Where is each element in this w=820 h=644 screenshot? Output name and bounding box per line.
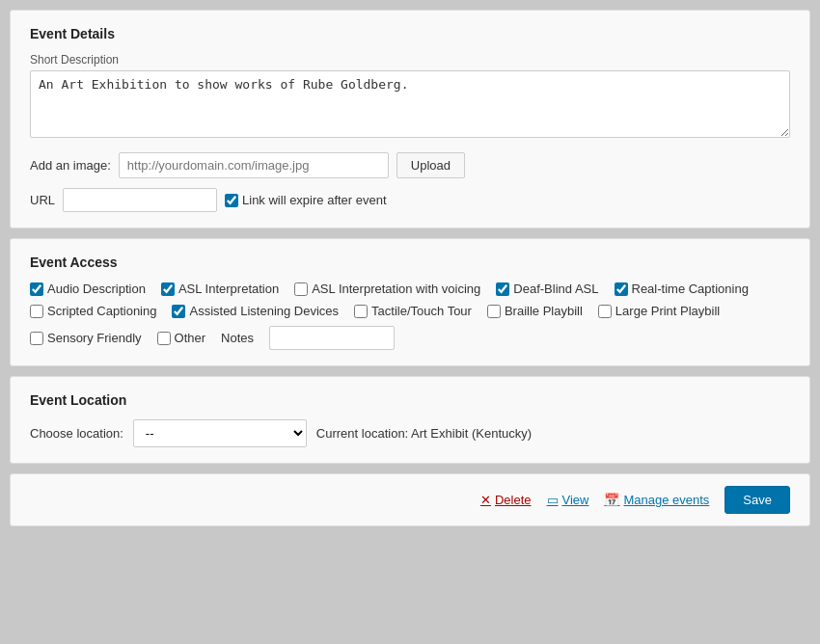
manage-events-button[interactable]: 📅 Manage events [604,493,709,507]
scripted-captioning-label[interactable]: Scripted Captioning [30,304,156,318]
save-button[interactable]: Save [724,486,790,514]
large-print-playbill-checkbox[interactable] [598,305,612,318]
audio-description-checkbox[interactable] [30,282,43,296]
event-details-card: Event Details Short Description An Art E… [10,10,810,228]
sensory-friendly-checkbox[interactable] [30,332,43,345]
footer-card: ✕ Delete ▭ View 📅 Manage events Save [10,473,810,526]
image-url-input[interactable] [119,152,389,178]
event-location-card: Event Location Choose location: -- Curre… [10,376,810,464]
access-grid: Audio Description ASL Interpretation ASL… [30,282,790,350]
short-description-textarea[interactable]: An Art Exhibition to show works of Rube … [30,70,790,138]
event-details-title: Event Details [30,26,790,41]
link-expire-checkbox-label[interactable]: Link will expire after event [225,193,387,207]
realtime-captioning-checkbox[interactable] [615,282,628,296]
deaf-blind-asl-checkbox[interactable] [496,282,509,296]
access-row-3: Sensory Friendly Other Notes [30,326,790,350]
asl-interpretation-voicing-label[interactable]: ASL Interpretation with voicing [294,282,480,296]
view-label: View [562,493,589,507]
event-location-title: Event Location [30,392,790,408]
link-expire-label: Link will expire after event [242,193,387,207]
asl-interpretation-voicing-checkbox[interactable] [294,282,308,296]
view-button[interactable]: ▭ View [547,493,589,507]
location-select[interactable]: -- [133,419,307,447]
sensory-friendly-label[interactable]: Sensory Friendly [30,331,142,345]
assisted-listening-checkbox[interactable] [172,305,185,318]
link-expire-checkbox[interactable] [225,194,238,207]
scripted-captioning-checkbox[interactable] [30,305,43,318]
notes-input[interactable] [269,326,395,350]
delete-x-icon: ✕ [480,493,491,507]
notes-label: Notes [221,331,254,345]
event-access-card: Event Access Audio Description ASL Inter… [10,238,810,366]
tactile-touch-tour-checkbox[interactable] [354,305,368,318]
asl-interpretation-checkbox[interactable] [161,282,175,296]
large-print-playbill-label[interactable]: Large Print Playbill [598,304,720,318]
choose-location-label: Choose location: [30,426,123,441]
access-row-2: Scripted Captioning Assisted Listening D… [30,304,790,318]
upload-button[interactable]: Upload [396,152,465,178]
deaf-blind-asl-label[interactable]: Deaf-Blind ASL [496,282,598,296]
access-row-1: Audio Description ASL Interpretation ASL… [30,282,790,296]
other-label[interactable]: Other [157,331,206,345]
short-description-label: Short Description [30,53,790,67]
url-input[interactable] [63,188,217,212]
current-location-text: Current location: Art Exhibit (Kentucky) [316,426,532,441]
tactile-touch-tour-label[interactable]: Tactile/Touch Tour [354,304,472,318]
calendar-icon: 📅 [604,493,619,507]
audio-description-label[interactable]: Audio Description [30,282,146,296]
braille-playbill-checkbox[interactable] [487,305,501,318]
event-access-title: Event Access [30,255,790,270]
realtime-captioning-label[interactable]: Real-time Captioning [615,282,749,296]
add-image-label: Add an image: [30,158,111,173]
delete-label: Delete [495,493,532,507]
braille-playbill-label[interactable]: Braille Playbill [487,304,583,318]
view-icon: ▭ [547,493,559,507]
asl-interpretation-label[interactable]: ASL Interpretation [161,282,279,296]
image-row: Add an image: Upload [30,152,790,178]
location-row: Choose location: -- Current location: Ar… [30,419,790,447]
url-label: URL [30,193,55,207]
assisted-listening-label[interactable]: Assisted Listening Devices [172,304,339,318]
other-checkbox[interactable] [157,332,171,345]
main-container: Event Details Short Description An Art E… [10,10,810,526]
manage-events-label: Manage events [623,493,709,507]
delete-button[interactable]: ✕ Delete [480,493,532,507]
url-row: URL Link will expire after event [30,188,790,212]
